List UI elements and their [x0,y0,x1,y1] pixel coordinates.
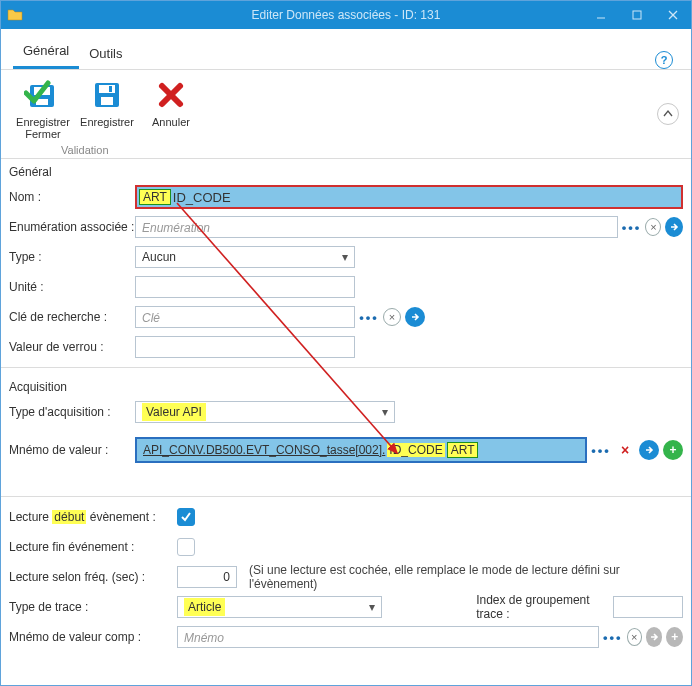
lect-freq-note: (Si une lecture est cochée, elle remplac… [249,563,683,591]
lect-freq-input[interactable] [177,566,237,588]
nom-prefix-token: ART [139,189,171,205]
nom-field[interactable]: ART ID_CODE [135,185,683,209]
title-bar: Editer Données associées - ID: 131 [1,1,691,29]
close-button[interactable] [655,1,691,29]
svg-rect-8 [99,85,115,93]
tab-general[interactable]: Général [13,37,79,69]
label-index-group: Index de groupement trace : [476,593,609,621]
section-general-header: Général [1,159,691,181]
section-acquisition-header: Acquisition [1,374,691,396]
mnemo-code: ID_CODE [387,443,444,457]
type-trace-value: Article [184,598,225,616]
collapse-ribbon-button[interactable] [657,103,679,125]
enum-clear-button[interactable]: × [645,218,661,236]
mnemo-go-button[interactable] [639,440,659,460]
label-lect-freq: Lecture selon fréq. (sec) : [9,570,177,584]
type-value: Aucun [142,250,176,264]
cle-browse-button[interactable]: ••• [359,307,379,327]
mnemo-base: API_CONV.DB500.EVT_CONSO_tasse[002]. [141,443,387,457]
type-trace-combo[interactable]: Article ▾ [177,596,382,618]
type-combo[interactable]: Aucun ▾ [135,246,355,268]
label-verrou: Valeur de verrou : [9,340,135,354]
minimize-button[interactable] [583,1,619,29]
cancel-label: Annuler [139,116,203,128]
app-window: Editer Données associées - ID: 131 Génér… [0,0,692,686]
cle-go-button[interactable] [405,307,425,327]
label-type: Type : [9,250,135,264]
mnemo-browse-button[interactable]: ••• [591,440,611,460]
mnemo-add-button[interactable]: + [663,440,683,460]
mnemo-suffix: ART [447,442,479,458]
enum-field[interactable]: Enumération [135,216,618,238]
cancel-button[interactable]: Annuler [139,76,203,158]
label-enum: Enumération associée : [9,220,135,234]
svg-rect-1 [633,11,641,19]
ribbon-group-label: Validation [61,144,109,156]
index-group-input[interactable] [613,596,683,618]
lect-fin-checkbox[interactable] [177,538,195,556]
mnemo-comp-go-button[interactable] [646,627,663,647]
mnemo-comp-browse-button[interactable]: ••• [603,627,623,647]
label-nom: Nom : [9,190,135,204]
mnemo-field[interactable]: API_CONV.DB500.EVT_CONSO_tasse[002].ID_C… [135,437,587,463]
cancel-icon [151,76,191,114]
help-icon[interactable]: ? [655,51,673,69]
unite-input[interactable] [135,276,355,298]
cle-clear-button[interactable]: × [383,308,401,326]
label-cle: Clé de recherche : [9,310,135,324]
tab-tools[interactable]: Outils [79,40,132,69]
save-icon [87,76,127,114]
lect-debut-checkbox[interactable] [177,508,195,526]
label-type-trace: Type de trace : [9,600,177,614]
save-label: Enregistrer [75,116,139,128]
label-lect-debut: Lecture début évènement : [9,510,177,524]
tab-strip: Général Outils ? [1,29,691,70]
label-type-acq: Type d'acquisition : [9,405,135,419]
svg-rect-9 [101,97,113,105]
svg-rect-10 [109,86,112,92]
mnemo-comp-field[interactable]: Mnémo [177,626,599,648]
enum-go-button[interactable] [665,217,683,237]
label-mnemo: Mnémo de valeur : [9,443,135,457]
nom-code-text: ID_CODE [173,190,231,205]
label-mnemo-comp: Mnémo de valeur comp : [9,630,177,644]
label-unite: Unité : [9,280,135,294]
cle-field[interactable]: Clé [135,306,355,328]
label-lect-fin: Lecture fin événement : [9,540,177,554]
ribbon: Enregistrer Fermer Enregistrer Annuler [1,70,691,159]
mnemo-comp-add-button[interactable]: + [666,627,683,647]
chevron-down-icon: ▾ [369,600,375,614]
maximize-button[interactable] [619,1,655,29]
save-close-label: Enregistrer Fermer [11,116,75,140]
save-close-icon [23,76,63,114]
enum-browse-button[interactable]: ••• [622,217,642,237]
chevron-down-icon: ▾ [382,405,388,419]
chevron-down-icon: ▾ [342,250,348,264]
type-acq-combo[interactable]: Valeur API ▾ [135,401,395,423]
verrou-input[interactable] [135,336,355,358]
type-acq-value: Valeur API [142,403,206,421]
mnemo-comp-clear-button[interactable]: × [627,628,642,646]
mnemo-delete-button[interactable]: × [615,440,635,460]
